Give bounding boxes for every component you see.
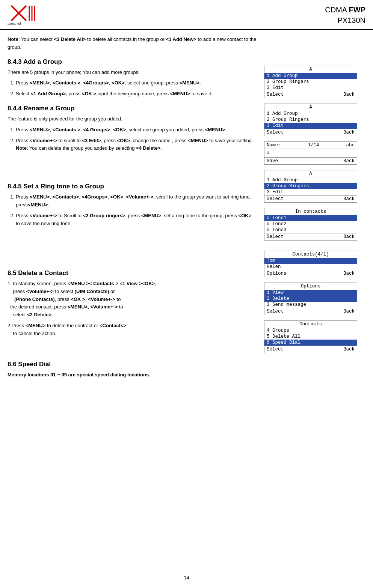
screen-name-input: Name: 1/14 abc a Save Back: [264, 141, 357, 165]
screen2-row3: 3 Edit: [264, 123, 357, 129]
svg-text:axess·tel: axess·tel: [8, 22, 21, 26]
section-86-heading: 8.6 Speed Dial: [8, 361, 365, 368]
screen5-back: Back: [343, 234, 355, 239]
screen1-select: Select: [267, 92, 284, 97]
screen8-row3: 6 Speed Dial: [264, 340, 357, 346]
section-844-heading: 8.4.4 Rename a Group: [8, 105, 257, 112]
screen7-select: Select: [267, 309, 284, 314]
step-844-1: Press <MENU>, <Contacts >, <4 Groups>, <…: [16, 126, 257, 134]
header: axess·tel CDMA FWP PX130N: [0, 0, 373, 30]
screen3-label: Name:: [267, 143, 281, 148]
screen1-bottom: Select Back: [264, 91, 357, 98]
screen4-select: Select: [267, 196, 284, 202]
screen8-row2: 5 Delete All: [264, 334, 357, 340]
screen6-row2: Helen: [264, 264, 357, 270]
screen8-row1: 4 Groups: [264, 328, 357, 334]
screen4-bottom: Select Back: [264, 195, 357, 202]
logo-icon: axess·tel: [8, 4, 41, 26]
screen1-row2: 2 Group Ringers: [264, 79, 357, 85]
section-844-desc: The feature is only provided for the gro…: [8, 115, 257, 123]
screen6-back: Back: [343, 271, 355, 276]
screen2-row1: 1 Add Group: [264, 111, 357, 117]
bottom-section: 8.5 Delete a Contact 1. In standby scree…: [0, 247, 373, 354]
screen5-select: Select: [267, 234, 284, 239]
section-844-steps: Press <MENU>, <Contacts >, <4 Groups>, <…: [16, 126, 257, 152]
screen1-row1: 1 Add Group: [264, 73, 357, 79]
screen8-back: Back: [343, 347, 355, 352]
screen8-select: Select: [267, 347, 284, 352]
screen2-bottom: Select Back: [264, 129, 357, 136]
product-name-light: CDMA: [325, 6, 349, 14]
section-845-heading: 8.4.5 Set a Ring tone to a Group: [8, 183, 257, 190]
note-label: Note: [8, 36, 18, 42]
screen-contacts-list: Contacts(4/1) Tom Helen Options Back: [264, 251, 357, 277]
screen4-row3: 3 Edit: [264, 189, 357, 195]
screen1-back: Back: [343, 92, 355, 97]
note-delete-all: <3 Delete All>: [54, 36, 86, 42]
step-844-note: Note: You can delete the group you added…: [16, 145, 162, 151]
screen-edit-highlighted: A 1 Add Group 2 Group Ringers 3 Edit Sel…: [264, 104, 357, 136]
section-85-heading: 8.5 Delete a Contact: [8, 269, 257, 277]
screen3-name-row: Name: 1/14 abc: [264, 142, 357, 149]
screen-group-ringers: A 1 Add Group 2 Group Ringers 3 Edit Sel…: [264, 170, 357, 203]
section-86-bold: Memory locations 01 ~ 09 are special spe…: [8, 371, 365, 379]
screen4-title: A: [264, 170, 357, 177]
step-843-2: Select <1 Add Group>, press <OK >,input …: [16, 90, 257, 98]
step-845-1: Press <MENU>, <Contacts>, <4Groups>, <OK…: [16, 193, 257, 209]
screen8-title: Contacts: [264, 321, 357, 328]
screen-contacts-menu: Contacts 4 Groups 5 Delete All 6 Speed D…: [264, 320, 357, 353]
product-title: CDMA FWP PX130N: [325, 5, 365, 26]
screen8-bottom: Select Back: [264, 346, 357, 353]
screen7-back: Back: [343, 309, 355, 314]
product-name-bold: FWP: [349, 6, 365, 14]
screen2-select: Select: [267, 130, 284, 135]
right-column: A 1 Add Group 2 Group Ringers 3 Edit Sel…: [264, 36, 365, 241]
screen5-row2: o Tone2: [264, 221, 357, 227]
screen1-row3: 3 Edit: [264, 85, 357, 91]
bottom-right-column: Contacts(4/1) Tom Helen Options Back Opt…: [264, 247, 365, 354]
screen6-options: Options: [267, 271, 287, 276]
section-845-steps: Press <MENU>, <Contacts>, <4Groups>, <OK…: [16, 193, 257, 227]
screen2-back: Back: [343, 130, 355, 135]
main-content: Note: You can select <3 Delete All> to d…: [0, 30, 373, 247]
section-843-heading: 8.4.3 Add a Group: [8, 58, 257, 66]
screen-options: Options 1 View 2 Delete 3 Send message S…: [264, 283, 357, 315]
screen4-back: Back: [343, 196, 355, 202]
step-844-2: Press <Volume+-> to scroll to <3 Edit>, …: [16, 137, 257, 153]
note-add-new: <1 Add New>: [166, 36, 196, 42]
screen7-title: Options: [264, 283, 357, 290]
step-843-1: Press <MENU>, <Contacts >, <4Groups>, <O…: [16, 79, 257, 87]
screen7-row1: 1 View: [264, 290, 357, 296]
screen-tones: In contacts o Tone1 o Tone2 o Tone3 Sele…: [264, 208, 357, 241]
screen3-save: Save: [267, 158, 278, 164]
left-column: Note: You can select <3 Delete All> to d…: [8, 36, 264, 241]
screen3-bottom: Save Back: [264, 157, 357, 164]
section-843-desc: There are 5 groups in your phone; You ca…: [8, 69, 257, 77]
screen1-title: A: [264, 66, 357, 73]
screen5-row3: o Tone3: [264, 227, 357, 233]
screen4-row1: 1 Add Group: [264, 177, 357, 183]
section-86: 8.6 Speed Dial Memory locations 01 ~ 09 …: [0, 361, 373, 379]
product-model: PX130N: [325, 15, 365, 26]
page-number: 14: [184, 575, 189, 580]
screen6-row1: Tom: [264, 258, 357, 264]
screen2-title: A: [264, 104, 357, 111]
screen7-row3: 3 Send message: [264, 302, 357, 308]
page-footer: 14: [0, 571, 373, 584]
screen7-row2: 2 Delete: [264, 296, 357, 302]
screen6-bottom: Options Back: [264, 270, 357, 277]
screen4-row2: 2 Group Ringers: [264, 183, 357, 189]
screen-add-group-1: A 1 Add Group 2 Group Ringers 3 Edit Sel…: [264, 66, 357, 98]
screen3-back: Back: [343, 158, 355, 164]
step-845-2: Press <Volume+-> to Scroll to <2 Group r…: [16, 212, 257, 228]
screen5-bottom: Select Back: [264, 233, 357, 240]
section-85-step1: 1. In standby screen, press <MENU >< Con…: [8, 280, 257, 319]
screen5-row1: o Tone1: [264, 215, 357, 221]
note-paragraph: Note: You can select <3 Delete All> to d…: [8, 36, 257, 51]
page: axess·tel CDMA FWP PX130N Note: You can …: [0, 0, 373, 588]
screen3-mode: abc: [346, 143, 355, 148]
section-843-steps: Press <MENU>, <Contacts >, <4Groups>, <O…: [16, 79, 257, 98]
screen3-value: 1/14: [308, 143, 319, 148]
screen7-bottom: Select Back: [264, 308, 357, 315]
screen5-title: In contacts: [264, 208, 357, 215]
